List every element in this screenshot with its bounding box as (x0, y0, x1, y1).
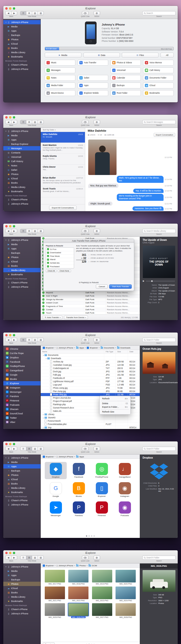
view-mode-control[interactable]: ☰ ⊞ ▥ ▤ (20, 338, 44, 342)
view-mode-control[interactable]: ☰ ⊞ ▥ ▤ (20, 11, 44, 15)
app-dropbox[interactable]: ◆Dropbox (45, 462, 67, 479)
shortcut-auto-transfer[interactable]: ↻Auto Transfer (78, 60, 108, 66)
sidebar-item-chase-s-iphone[interactable]: ▯Chase's iPhone (3, 280, 40, 285)
sidebar-item-icloud[interactable]: ☁iCloud (3, 477, 40, 481)
app-google[interactable]: GGoogle (45, 481, 67, 498)
folder-row[interactable]: ▾Downloads (41, 357, 140, 360)
file-row[interactable]: FanBooks.rtfRTF1 kB8/1/14 (41, 377, 140, 380)
view-columns-icon[interactable]: ▥ (32, 120, 38, 124)
menu-item-export-to-folder[interactable]: Export to Folder...⌘E (100, 405, 130, 409)
breadcrumb-downloads[interactable]: Downloads (117, 347, 130, 349)
view-columns-icon[interactable]: ▥ (32, 338, 38, 342)
action-button[interactable]: ⚙ (94, 338, 100, 342)
minimize-button[interactable] (9, 334, 11, 336)
disclosure-triangle-icon[interactable]: ▾ (45, 358, 47, 359)
file-row[interactable]: Logo.psdPSD1.3 MB8/1/14 (41, 383, 140, 386)
view-columns-icon[interactable]: ▥ (32, 229, 38, 233)
checkbox-checked-icon[interactable]: ✓ (47, 262, 49, 264)
sidebar-item-johnny-s-iphone[interactable]: ▯Johnny's iPhone (3, 285, 40, 289)
sidebar-item-photos[interactable]: ◉Photos (3, 582, 40, 586)
view-coverflow-icon[interactable]: ▤ (38, 120, 44, 124)
sidebar-item-media[interactable]: ▶Media (3, 460, 40, 464)
view-mode-control[interactable]: ☰ ⊞ ▥ ▤ (20, 229, 44, 233)
shortcut-voicemail[interactable]: ∞Voicemail (110, 67, 141, 73)
sidebar-item-messages[interactable]: ✉Messages (3, 146, 40, 150)
view-grid-icon[interactable]: ⊞ (26, 447, 32, 451)
sidebar-item-johnny-s-iphone[interactable]: ▾▯Johnny's iPhone (3, 238, 40, 242)
conversation-item[interactable]: Kent Manton1/3/15Chelsea and I might be … (41, 143, 85, 154)
sidebar-item-bookmarks[interactable]: ★Bookmarks (3, 599, 40, 603)
sidebar-item-chase-s-iphone[interactable]: ▯Chase's iPhone (3, 63, 40, 67)
sidebar-item-media[interactable]: ▶Media (3, 24, 40, 29)
breadcrumb-iexplorer[interactable]: iExplorer (43, 347, 54, 349)
column-size[interactable]: Size (116, 350, 128, 353)
shortcut-bookmarks[interactable]: ★Bookmarks (143, 90, 174, 96)
back-button[interactable]: ◀ (5, 229, 11, 233)
zoom-button[interactable] (13, 552, 15, 554)
playlist-row[interactable]: ✓Downloaded (46, 251, 74, 255)
zoom-button[interactable] (13, 443, 15, 445)
app-pinterest[interactable]: PPinterest (91, 500, 113, 518)
checkbox-checked-icon[interactable]: ✓ (47, 259, 49, 261)
conversation-item[interactable]: Kayla Giunta1/2/15Okay. Thanks. (41, 154, 85, 165)
action-button[interactable]: ⚙ (94, 556, 100, 560)
track-row[interactable]: ✓Giorgio by MoroderDaft PunkRandom Acces… (41, 298, 140, 301)
folder-row[interactable]: ▸StoreKit (41, 416, 140, 419)
playlist-row[interactable]: ✓Mandi (46, 258, 74, 262)
breadcrumb-iexplorer[interactable]: iExplorer (43, 564, 54, 567)
sidebar-item-johnny-s-iphone[interactable]: ▯Johnny's iPhone (3, 611, 40, 616)
sidebar-item-johnny-s-iphone[interactable]: ▯Johnny's iPhone (3, 67, 40, 71)
app-ibooks[interactable]: BiBooks (68, 481, 90, 498)
minimize-button[interactable] (9, 552, 11, 554)
view-grid-icon[interactable]: ⊞ (26, 11, 32, 15)
view-coverflow-icon[interactable]: ▤ (38, 338, 44, 342)
sidebar-item-media-library[interactable]: ♫Media Library (3, 50, 40, 54)
photo-img-0020-png[interactable]: IMG_0020.PNG (115, 570, 137, 585)
view-grid-icon[interactable]: ⊞ (26, 556, 32, 560)
file-row[interactable]: Archive.zipZIP239 kB8/1/14 (41, 360, 140, 363)
sidebar-item-johnny-s-iphone[interactable]: ▾▯Johnny's iPhone (3, 20, 40, 24)
zoom-button[interactable] (13, 225, 15, 227)
sidebar-item-books[interactable]: ▤Books (3, 46, 40, 50)
sidebar-item-apps[interactable]: ⊞Apps (3, 29, 40, 33)
sidebar-item-photos[interactable]: ◉Photos (3, 37, 40, 42)
shortcut-mount-device[interactable]: ▲Mount Device (45, 90, 75, 96)
view-grid-icon[interactable]: ⊞ (26, 120, 32, 124)
view-grid-icon[interactable]: ⊞ (26, 229, 32, 233)
sidebar-item-backups[interactable]: ◔Backups (3, 577, 40, 582)
track-row[interactable]: ✓ContactDaft PunkRandom Access Memo... (41, 308, 140, 311)
view-coverflow-icon[interactable]: ▤ (38, 556, 44, 560)
sidebar-item-pandora[interactable]: PPandora (3, 394, 40, 398)
photo-img-0018-png[interactable]: IMG_0018.PNG (67, 570, 90, 585)
track-row[interactable]: ✓TouchDaft PunkRandom Access Memo... (41, 311, 140, 315)
shortcut-backups[interactable]: ◔Backups (110, 83, 141, 88)
sidebar-item-contacts[interactable]: ◎Contacts (3, 150, 40, 155)
sidebar-item-books[interactable]: ▤Books (3, 481, 40, 486)
breadcrumb-photos[interactable]: Photos (76, 564, 86, 567)
view-mode-control[interactable]: ☰ ⊞ ▥ ▤ (20, 556, 44, 560)
sidebar-item-bookmarks[interactable]: ★Bookmarks (3, 189, 40, 193)
disclosure-triangle-icon[interactable]: ▾ (42, 354, 44, 356)
sidebar-item-johnny-s-iphone[interactable]: ▾▯Johnny's iPhone (3, 564, 40, 569)
search-input[interactable]: Search Folder (142, 338, 176, 342)
photo-img-0028-png[interactable]: IMG_0028.PNG (115, 603, 137, 618)
menu-item-refresh-size[interactable]: Refresh Size (100, 410, 130, 414)
track-row[interactable]: ✓Doin' it RightDaft PunkRandom Access Me… (41, 295, 140, 298)
sidebar-item-chase-s-iphone[interactable]: ▯Chase's iPhone (3, 197, 40, 202)
checkbox-checked-icon[interactable]: ✓ (47, 255, 49, 257)
action-button[interactable]: ⚙ (94, 447, 100, 451)
search-input[interactable]: Search (142, 11, 176, 15)
sidebar-item-podcasts[interactable]: ◉Podcasts (3, 403, 40, 407)
sidebar-item-media-library[interactable]: ♫Media Library (3, 595, 40, 599)
photo-img-0024-png[interactable]: IMG_0024.PNG (115, 587, 137, 601)
sidebar-item-pinterest[interactable]: PPinterest (3, 398, 40, 403)
play-icon[interactable]: ▶ (143, 280, 144, 282)
breadcrumb-apps[interactable]: Apps (76, 347, 84, 349)
tab-data[interactable]: ▦Data (83, 53, 120, 57)
shortcut-messages[interactable]: ✉Messages (45, 67, 75, 73)
auto-transfer-dropdown[interactable]: ↻Auto Transfer▾ (43, 316, 62, 319)
sidebar-item-soundcloud[interactable]: ☁SoundCloud (3, 411, 40, 416)
view-mode-control[interactable]: ☰ ⊞ ▥ ▤ (20, 447, 44, 451)
view-grid-icon[interactable]: ⊞ (26, 338, 32, 342)
sidebar-item-johnny-s-iphone[interactable]: ▾▯Johnny's iPhone (3, 129, 40, 133)
